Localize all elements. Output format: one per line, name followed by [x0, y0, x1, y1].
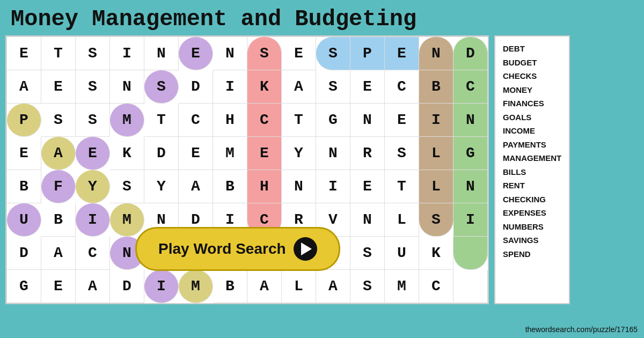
- grid-cell: C: [419, 270, 453, 303]
- grid-cell: K: [110, 137, 144, 170]
- grid-cell: T: [385, 170, 419, 203]
- grid-cell: R: [350, 137, 385, 170]
- grid-cell: I: [144, 270, 179, 303]
- grid-cell: C: [385, 70, 419, 104]
- grid-cell: S: [385, 137, 419, 170]
- grid-cell: E: [350, 70, 385, 104]
- word-list-item: SPEND: [503, 247, 561, 261]
- grid-cell: N: [316, 137, 350, 170]
- grid-cell: E: [385, 37, 419, 70]
- word-list-item: MONEY: [503, 83, 561, 97]
- grid-cell: I: [110, 37, 144, 70]
- word-list-item: MANAGEMENT: [503, 151, 561, 165]
- grid-cell: C: [179, 104, 213, 137]
- title: Money Management and Budgeting: [0, 0, 644, 35]
- grid-cell: S: [247, 37, 282, 70]
- word-list-item: NUMBERS: [503, 220, 561, 234]
- grid-cell: N: [453, 104, 488, 137]
- word-list-item: CHECKING: [503, 193, 561, 207]
- grid-cell: L: [282, 270, 316, 303]
- word-list-item: SAVINGS: [503, 233, 561, 247]
- grid-cell: T: [144, 104, 179, 137]
- grid-cell: P: [350, 37, 385, 70]
- grid-cell: A: [179, 170, 213, 203]
- word-list-item: GOALS: [503, 111, 561, 124]
- word-list-item: INCOME: [503, 124, 561, 138]
- play-button-label: Play Word Search: [158, 240, 286, 258]
- grid-cell: E: [247, 137, 282, 170]
- grid-cell: S: [419, 203, 453, 237]
- grid-cell: D: [144, 137, 179, 170]
- grid-cell: S: [316, 37, 350, 70]
- grid-cell: I: [419, 104, 453, 137]
- grid-cell: A: [7, 70, 41, 104]
- grid-cell: D: [453, 37, 488, 70]
- grid-cell: N: [419, 37, 453, 70]
- grid-cell: N: [213, 37, 247, 70]
- grid-cell: D: [7, 237, 41, 270]
- grid-cell: N: [110, 70, 144, 104]
- grid-cell: [453, 270, 488, 303]
- play-icon: [294, 237, 317, 261]
- grid-cell: A: [247, 270, 282, 303]
- grid-cell: E: [282, 37, 316, 70]
- grid-cell: S: [144, 70, 179, 104]
- grid-cell: C: [247, 104, 282, 137]
- grid-cell: E: [41, 270, 76, 303]
- grid-cell: N: [350, 104, 385, 137]
- word-list: DEBTBUDGETCHECKSMONEYFINANCESGOALSINCOME…: [494, 35, 570, 304]
- grid-cell: D: [110, 270, 144, 303]
- main-content: ETSINENSESPENDAESNSDIKASECBCPSSMTCHCTGNE…: [0, 35, 644, 304]
- grid-cell: Y: [144, 170, 179, 203]
- word-list-item: PAYMENTS: [503, 138, 561, 152]
- grid-cell: H: [213, 104, 247, 137]
- grid-cell: [453, 237, 488, 270]
- grid-cell: L: [385, 203, 419, 237]
- grid-cell: E: [350, 170, 385, 203]
- grid-cell: Y: [76, 170, 110, 203]
- grid-cell: D: [179, 70, 213, 104]
- grid-cell: B: [7, 170, 41, 203]
- grid-cell: B: [213, 170, 247, 203]
- grid-cell: S: [76, 104, 110, 137]
- word-list-item: RENT: [503, 179, 561, 193]
- grid-cell: F: [41, 170, 76, 203]
- grid-cell: T: [282, 104, 316, 137]
- grid-cell: N: [453, 170, 488, 203]
- word-list-item: DEBT: [503, 42, 561, 56]
- grid-cell: M: [385, 270, 419, 303]
- grid-cell: E: [41, 70, 76, 104]
- grid-cell: E: [385, 104, 419, 137]
- grid-cell: N: [350, 203, 385, 237]
- play-triangle-icon: [301, 243, 312, 255]
- grid-cell: I: [316, 170, 350, 203]
- grid-cell: I: [453, 203, 488, 237]
- grid-cell: S: [350, 237, 385, 270]
- play-word-search-button[interactable]: Play Word Search: [135, 227, 340, 271]
- grid-cell: Y: [282, 137, 316, 170]
- grid-cell: G: [7, 270, 41, 303]
- word-list-item: EXPENSES: [503, 206, 561, 220]
- grid-cell: M: [179, 270, 213, 303]
- grid-cell: E: [7, 137, 41, 170]
- word-list-item: BILLS: [503, 165, 561, 179]
- grid-cell: S: [110, 170, 144, 203]
- grid-cell: U: [7, 203, 41, 237]
- grid-cell: L: [419, 137, 453, 170]
- grid-cell: M: [213, 137, 247, 170]
- grid-cell: E: [179, 37, 213, 70]
- grid-cell: A: [41, 237, 76, 270]
- grid-cell: A: [282, 70, 316, 104]
- grid-cell: K: [247, 70, 282, 104]
- grid-cell: I: [213, 70, 247, 104]
- grid-cell: A: [316, 270, 350, 303]
- grid-cell: G: [316, 104, 350, 137]
- grid-cell: S: [41, 104, 76, 137]
- grid-cell: T: [41, 37, 76, 70]
- grid-cell: E: [76, 137, 110, 170]
- grid-cell: S: [350, 270, 385, 303]
- grid-cell: G: [453, 137, 488, 170]
- grid-cell: L: [419, 170, 453, 203]
- play-button-container: Play Word Search: [135, 227, 340, 271]
- grid-cell: K: [419, 237, 453, 270]
